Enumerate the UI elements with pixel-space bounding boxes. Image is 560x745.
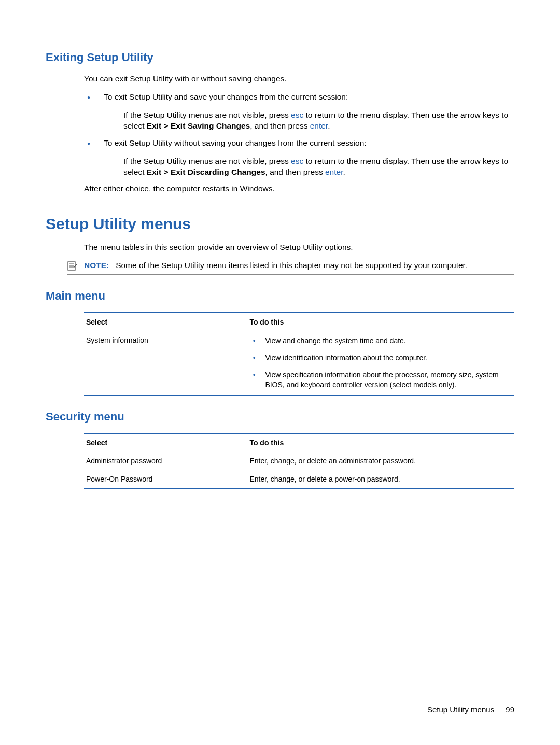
section1-body: You can exit Setup Utility with or witho…: [84, 74, 514, 194]
note-body: Some of the Setup Utility menu items lis…: [116, 261, 467, 270]
table-row: Power-On Password Enter, change, or dele…: [84, 470, 514, 488]
bullet-lead: To exit Setup Utility and save your chan…: [104, 92, 348, 101]
key-enter: enter: [310, 121, 328, 130]
list-item: To exit Setup Utility without saving you…: [84, 138, 514, 178]
key-esc: esc: [291, 157, 303, 165]
cell-todo: Enter, change, or delete a power-on pass…: [247, 470, 514, 488]
list-item: View and change the system time and date…: [249, 336, 512, 346]
security-menu-table: Select To do this Administrator password…: [84, 433, 514, 489]
cell-select: Power-On Password: [84, 470, 247, 488]
note-block: NOTE: Some of the Setup Utility menu ite…: [67, 260, 514, 275]
table-header-row: Select To do this: [84, 433, 514, 452]
text-run: If the Setup Utility menus are not visib…: [123, 157, 291, 165]
table-row: System information View and change the s…: [84, 331, 514, 395]
heading-main-menu: Main menu: [46, 289, 514, 303]
heading-security-menu: Security menu: [46, 410, 514, 424]
page-footer: Setup Utility menus 99: [427, 705, 514, 714]
section1-intro: You can exit Setup Utility with or witho…: [84, 74, 514, 85]
bullet-detail: If the Setup Utility menus are not visib…: [123, 110, 514, 132]
section1-outro: After either choice, the computer restar…: [84, 184, 514, 194]
menu-path: Exit > Exit Saving Changes: [147, 121, 250, 130]
page-number: 99: [506, 705, 514, 714]
todo-bullet-list: View and change the system time and date…: [249, 336, 512, 390]
list-item: To exit Setup Utility and save your chan…: [84, 92, 514, 132]
cell-select: System information: [84, 331, 247, 395]
security-menu-section: Security menu Select To do this Administ…: [46, 410, 514, 489]
col-header-todo: To do this: [247, 433, 514, 452]
text-run: .: [343, 167, 345, 176]
list-item: View specification information about the…: [249, 370, 512, 390]
col-header-select: Select: [84, 313, 247, 331]
text-run: , and then press: [265, 167, 325, 176]
main-menu-table: Select To do this System information Vie…: [84, 312, 514, 396]
col-header-select: Select: [84, 433, 247, 452]
footer-label: Setup Utility menus: [427, 705, 494, 714]
section2-intro: The menu tables in this section provide …: [84, 242, 514, 253]
main-menu-section: Main menu Select To do this System infor…: [46, 289, 514, 396]
key-esc: esc: [291, 110, 303, 119]
cell-todo: View and change the system time and date…: [247, 331, 514, 395]
table-row: Administrator password Enter, change, or…: [84, 452, 514, 470]
bullet-lead: To exit Setup Utility without saving you…: [104, 138, 367, 147]
heading-exiting-setup-utility: Exiting Setup Utility: [46, 51, 514, 64]
list-item: View identification information about th…: [249, 353, 512, 363]
col-header-todo: To do this: [247, 313, 514, 331]
bullet-detail: If the Setup Utility menus are not visib…: [123, 156, 514, 178]
text-run: If the Setup Utility menus are not visib…: [123, 110, 291, 119]
section1-bullet-list: To exit Setup Utility and save your chan…: [84, 92, 514, 178]
table-header-row: Select To do this: [84, 313, 514, 331]
heading-setup-utility-menus: Setup Utility menus: [46, 215, 514, 233]
menu-path: Exit > Exit Discarding Changes: [147, 167, 265, 176]
document-page: Exiting Setup Utility You can exit Setup…: [0, 0, 560, 510]
key-enter: enter: [325, 167, 343, 176]
note-label: NOTE:: [84, 261, 109, 270]
text-run: , and then press: [250, 121, 310, 130]
cell-todo: Enter, change, or delete an administrato…: [247, 452, 514, 470]
cell-select: Administrator password: [84, 452, 247, 470]
text-run: .: [328, 121, 330, 130]
note-text: NOTE: Some of the Setup Utility menu ite…: [84, 260, 514, 271]
svg-rect-0: [68, 262, 75, 270]
note-icon: [67, 261, 78, 271]
section2-body: The menu tables in this section provide …: [84, 242, 514, 253]
